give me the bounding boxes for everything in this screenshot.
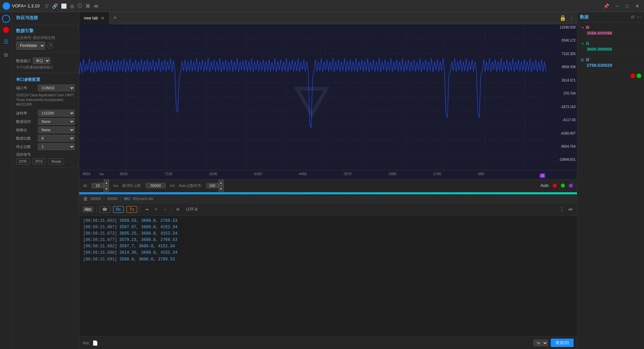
- parity-row: 校验位 None: [16, 127, 75, 133]
- parity-select[interactable]: None: [38, 127, 75, 133]
- stop-bits-label: 停止位数: [16, 144, 38, 149]
- console-area: Abc ☎ Rx Tx ⇥ + − ≋ UTF-8 ⋮ ✏: [79, 204, 577, 349]
- bottom-toolbar: Δt: ▲ ▼ ms 缓冲区上限: /ch Auto点数对齐: ▲ ▼ Auto: [79, 180, 577, 192]
- tab-add-button[interactable]: +: [110, 12, 120, 24]
- flow-ctrl-row: 数据流控 None: [16, 118, 75, 125]
- auto-align-down[interactable]: ▼: [218, 186, 224, 192]
- port-select[interactable]: COM10: [38, 85, 75, 91]
- auto-align-spinner: ▲ ▼: [206, 180, 224, 192]
- sidebar-icon-record[interactable]: [3, 27, 9, 33]
- sidebar-icon-layers[interactable]: ⧉: [1, 50, 11, 60]
- y-label-0: 11590.039: [548, 26, 576, 29]
- right-panel-more-icon[interactable]: ⋯: [637, 14, 641, 20]
- data-bits-select[interactable]: 8: [38, 135, 75, 142]
- flow-signal-section: 流控信号 DTR RTS Break: [16, 152, 75, 164]
- encoding-button[interactable]: UTF-8: [184, 206, 200, 212]
- target-icon[interactable]: ◎: [70, 3, 74, 9]
- title-icons: ▽ 🔗 ⬜ ◎ ⓘ ⌘ ≪: [45, 3, 99, 9]
- ch-i0-arrow: ⇢: [581, 25, 584, 30]
- cin-file-icon[interactable]: 📄: [92, 340, 98, 346]
- cin-abc-label: Abc: [83, 341, 90, 345]
- rts-button[interactable]: RTS: [33, 158, 46, 164]
- link-icon[interactable]: 🔗: [52, 3, 58, 9]
- wave-button[interactable]: ≋: [174, 206, 181, 212]
- right-panel-refresh-icon[interactable]: ↺: [631, 14, 635, 20]
- log-time-3: [06:56:21.677]: [83, 238, 117, 242]
- maximize-button[interactable]: □: [624, 3, 631, 9]
- delta-t-up[interactable]: ▲: [104, 180, 109, 186]
- lock-icon[interactable]: 🔒: [559, 15, 566, 21]
- sidebar-icon-menu[interactable]: ☰: [1, 37, 11, 46]
- content-area: new tab ✕ + 🔒 ⋮: [79, 12, 577, 349]
- baud-label: 波特率: [16, 111, 38, 116]
- v-logo-icon[interactable]: ▽: [45, 3, 49, 9]
- dot-green: [637, 73, 641, 78]
- chart-container: ▽ 11590.039 9346.172 7102.305 4858.438 2…: [79, 24, 577, 170]
- channel-i0: ⇢ I0 3588.600098: [577, 22, 644, 39]
- log-values-6: 3588.6, 3600.0, 2769.53: [119, 257, 175, 262]
- parity-label: 校验位: [16, 128, 38, 133]
- y-label-6: -1873.163: [548, 105, 576, 109]
- window-controls: 📌 ─ □ ✕: [601, 3, 641, 9]
- info-icon[interactable]: ⓘ: [77, 3, 82, 9]
- flow-ctrl-select[interactable]: None: [38, 118, 75, 125]
- sidebar-icon-connect[interactable]: [2, 15, 10, 23]
- x-tick-8: -1790: [433, 172, 441, 176]
- ch-i1-header: ⇢ I1: [581, 41, 641, 46]
- indent-button[interactable]: ⇥: [143, 206, 150, 212]
- tab-new[interactable]: new tab ✕: [79, 12, 110, 24]
- more-icon[interactable]: ⋮: [569, 15, 574, 21]
- x-axis-ms: -8910: [82, 172, 91, 179]
- delta-t-label: Δt:: [83, 184, 88, 188]
- stats-highlight: 892: [124, 197, 130, 201]
- break-button[interactable]: Break: [48, 158, 64, 164]
- buffer-input[interactable]: [146, 183, 166, 188]
- menu-icon[interactable]: ≪: [94, 3, 99, 9]
- pin-button[interactable]: 📌: [601, 3, 611, 9]
- stats-count1: 50000: [91, 197, 101, 201]
- auto-align-input[interactable]: [206, 183, 218, 188]
- send-button[interactable]: 发送(S): [551, 339, 574, 347]
- minimize-button[interactable]: ─: [614, 3, 621, 9]
- y-label-2: 7102.305: [548, 52, 576, 56]
- stop-bits-select[interactable]: 1: [38, 143, 75, 150]
- minus-button[interactable]: −: [162, 206, 168, 212]
- baud-select[interactable]: 115200: [38, 110, 75, 116]
- rx-button[interactable]: Rx: [113, 206, 124, 213]
- stats-info: 891ms/X-div: [133, 197, 153, 201]
- cin-newline-select[interactable]: \n: [533, 340, 548, 346]
- delta-t-down[interactable]: ▼: [104, 186, 109, 192]
- clear-button[interactable]: 🗑: [83, 196, 88, 201]
- delta-t-input[interactable]: [92, 183, 104, 188]
- tx-button[interactable]: Tx: [126, 206, 137, 213]
- phone-icon[interactable]: ☎: [99, 206, 110, 213]
- tab-label: new tab: [84, 16, 98, 20]
- abc-toggle[interactable]: Abc: [83, 206, 94, 212]
- close-button[interactable]: ✕: [633, 3, 641, 9]
- auto-align-up[interactable]: ▲: [218, 180, 224, 186]
- progress-bar: [79, 192, 577, 194]
- fingerprint-icon[interactable]: ⌘: [86, 3, 90, 9]
- protocol-section: 协议与连接: [12, 12, 79, 25]
- right-panel-header: 数据 ↺ ⋯: [577, 12, 644, 22]
- serial-config-section: 串口参数配置 端口号 COM10 XDS110 Class Applicatio…: [12, 73, 79, 167]
- interface-select[interactable]: 串口: [33, 57, 50, 64]
- more-dots-icon[interactable]: ⋮: [558, 206, 565, 213]
- engine-select[interactable]: FireWater: [16, 42, 45, 50]
- delta-t-spinner: ▲ ▼: [92, 180, 109, 192]
- interface-label: 数据接口: [16, 58, 31, 63]
- stats-bar: 🗑 50000 / 50000 | 892 891ms/X-div: [79, 194, 577, 204]
- brush-icon[interactable]: ✏: [568, 206, 574, 213]
- monitor-icon[interactable]: ⬜: [61, 3, 67, 9]
- ch-i2-arrow: ◎: [581, 57, 584, 62]
- engine-help-button[interactable]: ?: [47, 43, 53, 49]
- channel-dot-purple: [569, 184, 573, 188]
- console-output: [06:56:21.662] 3569.53, 3600.0, 2769.53 …: [79, 216, 577, 337]
- log-line-0: [06:56:21.662] 3569.53, 3600.0, 2769.53: [83, 218, 573, 224]
- tab-close-button[interactable]: ✕: [101, 16, 105, 20]
- y-label-1: 9346.172: [548, 39, 576, 42]
- plus-button[interactable]: +: [153, 206, 159, 212]
- log-time-0: [06:56:21.662]: [83, 218, 117, 223]
- dtr-button[interactable]: DTR: [16, 158, 30, 164]
- ch-i1-value: 3600.000000: [581, 47, 641, 52]
